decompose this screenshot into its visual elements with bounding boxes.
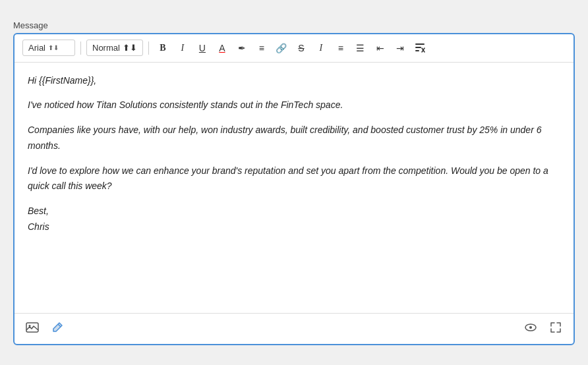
preview-button[interactable] bbox=[521, 319, 541, 339]
font-color-button[interactable]: A bbox=[214, 40, 231, 57]
clear-format-button[interactable] bbox=[411, 40, 428, 57]
link-button[interactable]: 🔗 bbox=[273, 40, 290, 57]
bold-button[interactable]: B bbox=[154, 40, 171, 57]
svg-rect-0 bbox=[415, 43, 425, 45]
editor-footer bbox=[15, 313, 573, 344]
expand-icon bbox=[550, 322, 562, 336]
link-icon: 🔗 bbox=[276, 43, 287, 53]
align-button[interactable]: ≡ bbox=[253, 40, 270, 57]
signature: Chris bbox=[28, 221, 49, 232]
indent2-icon: ⇥ bbox=[396, 43, 404, 53]
font-size-chevron-icon: ⬆⬇ bbox=[123, 43, 137, 53]
insert-image-button[interactable] bbox=[22, 319, 42, 339]
closing-label: Best, bbox=[28, 206, 49, 216]
italic-icon: I bbox=[181, 43, 185, 53]
closing: Best, Chris bbox=[28, 204, 560, 235]
svg-point-8 bbox=[529, 326, 532, 329]
paragraph-2: Companies like yours have, with our help… bbox=[28, 123, 560, 154]
toolbar-divider-1 bbox=[80, 42, 81, 55]
svg-rect-1 bbox=[415, 47, 421, 48]
footer-right bbox=[521, 319, 566, 339]
eye-icon bbox=[524, 321, 537, 337]
image-icon bbox=[26, 321, 39, 337]
underline-icon: U bbox=[199, 43, 206, 53]
bold-icon: B bbox=[160, 43, 165, 53]
paragraph-3: I'd love to explore how we can enhance y… bbox=[28, 163, 560, 195]
expand-button[interactable] bbox=[546, 319, 566, 339]
toolbar: Arial ⬆⬇ Normal ⬆⬇ B I U bbox=[15, 34, 573, 63]
align-icon: ≡ bbox=[259, 43, 264, 53]
salutation-paragraph: Hi {{FirstName}}, bbox=[28, 73, 560, 89]
font-size-select[interactable]: Normal ⬆⬇ bbox=[86, 40, 143, 56]
indent2-button[interactable]: ⇥ bbox=[392, 40, 409, 57]
toolbar-divider-2 bbox=[148, 42, 149, 55]
indent-button[interactable]: I bbox=[312, 40, 330, 57]
italic-button[interactable]: I bbox=[174, 40, 191, 57]
footer-left bbox=[22, 319, 67, 339]
editor-wrapper: Arial ⬆⬇ Normal ⬆⬇ B I U bbox=[13, 33, 575, 345]
font-family-value: Arial bbox=[28, 43, 45, 53]
highlight-button[interactable]: ✒ bbox=[233, 40, 250, 57]
font-family-select[interactable]: Arial ⬆⬇ bbox=[22, 40, 75, 56]
pen-icon bbox=[51, 322, 63, 336]
underline-button[interactable]: U bbox=[194, 40, 211, 57]
highlight-icon: ✒ bbox=[238, 43, 246, 53]
font-family-chevron-icon: ⬆⬇ bbox=[48, 44, 59, 51]
indent-icon: I bbox=[320, 43, 323, 53]
font-size-value: Normal bbox=[92, 43, 120, 53]
clear-format-icon bbox=[415, 42, 425, 54]
svg-rect-2 bbox=[415, 50, 419, 51]
editor-body[interactable]: Hi {{FirstName}}, I've noticed how Titan… bbox=[15, 63, 573, 313]
outer-container: Message Arial ⬆⬇ Normal ⬆⬇ B I bbox=[0, 7, 588, 358]
outdent-icon: ⇤ bbox=[376, 43, 384, 53]
strikethrough-icon: S bbox=[298, 43, 304, 53]
edit-button[interactable] bbox=[47, 319, 67, 339]
font-color-icon: A bbox=[219, 43, 225, 53]
unordered-list-button[interactable]: ☰ bbox=[352, 40, 369, 57]
ordered-list-button[interactable]: ≡ bbox=[332, 40, 349, 57]
paragraph-1: I've noticed how Titan Solutions consist… bbox=[28, 98, 560, 113]
strikethrough-button[interactable]: S bbox=[293, 40, 310, 57]
outdent-button[interactable]: ⇤ bbox=[372, 40, 389, 57]
ordered-list-icon: ≡ bbox=[338, 43, 343, 53]
unordered-list-icon: ☰ bbox=[356, 43, 365, 53]
section-label: Message bbox=[13, 20, 575, 30]
